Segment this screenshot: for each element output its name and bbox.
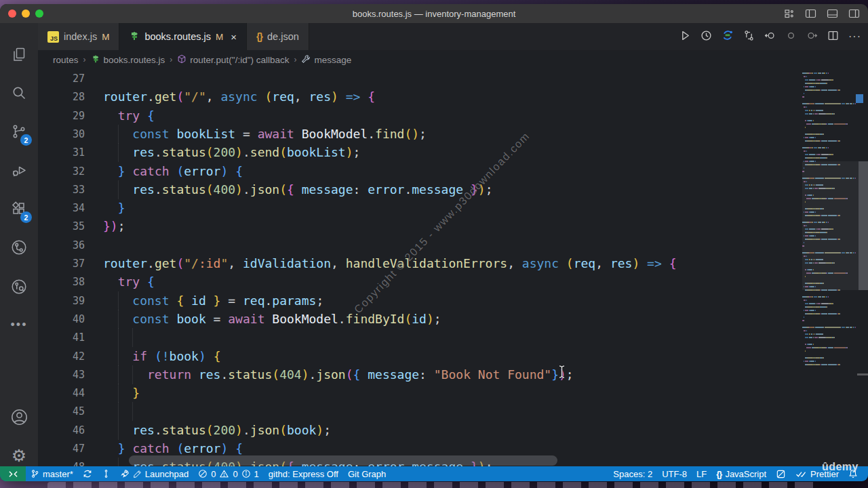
zoom-window-button[interactable]	[35, 9, 43, 18]
code-line[interactable]: 38 try {	[38, 272, 868, 291]
tab-index-js[interactable]: JS index.js M	[38, 23, 119, 50]
indentation-status[interactable]: Spaces: 2	[608, 466, 657, 481]
run-debug-icon[interactable]	[0, 155, 38, 186]
nav-forward-icon[interactable]	[806, 30, 818, 44]
code-editor[interactable]: 2728router.get("/", async (req, res) => …	[38, 69, 868, 466]
code-text: return res.status(404).json({ message: "…	[103, 365, 574, 384]
tab-de-json[interactable]: { } de.json	[247, 23, 309, 50]
scrollbar-marker	[857, 373, 868, 375]
remote-indicator-button[interactable]	[0, 466, 26, 481]
horizontal-scrollbar[interactable]	[129, 455, 557, 466]
code-line[interactable]: 27	[38, 69, 868, 88]
git-history-icon[interactable]	[0, 271, 38, 302]
more-actions-icon[interactable]: ···	[848, 30, 861, 43]
git-graph-status[interactable]: Git Graph	[343, 466, 391, 481]
code-line[interactable]: 44 }	[38, 384, 868, 403]
encoding-status[interactable]: UTF-8	[657, 466, 692, 481]
code-text: res.status(200).send(bookList);	[103, 143, 360, 162]
customize-layout-icon[interactable]	[784, 8, 795, 19]
line-number: 46	[38, 421, 85, 440]
code-line[interactable]: 33 res.status(400).json({ message: error…	[38, 180, 868, 199]
code-line[interactable]: 32 } catch (error) {	[38, 162, 868, 181]
scrollbar-change-marker	[856, 94, 863, 103]
source-control-badge: 2	[20, 134, 32, 146]
split-editor-icon[interactable]	[827, 30, 839, 44]
breadcrumb-item-file[interactable]: books.routes.js	[91, 54, 165, 66]
git-graph-icon[interactable]	[0, 232, 38, 263]
tab-books-routes-js[interactable]: books.routes.js M ×	[119, 23, 247, 50]
sync-changes-button[interactable]	[78, 466, 97, 481]
breadcrumb-item-message[interactable]: message	[301, 54, 351, 66]
language-status[interactable]: { } JavaScript	[711, 466, 771, 481]
source-control-icon[interactable]: 2	[0, 116, 38, 147]
code-text: if (!book) {	[103, 347, 220, 366]
code-line[interactable]: 45	[38, 402, 868, 421]
code-line[interactable]: 41	[38, 328, 868, 347]
close-window-button[interactable]	[8, 9, 16, 18]
line-number: 27	[38, 69, 85, 88]
problems-status[interactable]: 0 0 1	[193, 466, 264, 481]
highlight-toggle-button[interactable]	[771, 466, 791, 481]
indent-guide	[132, 402, 133, 421]
symbol-function-icon	[177, 54, 186, 66]
toggle-panel-icon[interactable]	[827, 8, 838, 19]
line-number: 44	[38, 384, 85, 403]
git-branch-status[interactable]: master*	[26, 466, 78, 481]
code-line[interactable]: 42 if (!book) {	[38, 347, 868, 366]
extensions-icon[interactable]: 2	[0, 193, 38, 224]
line-number: 28	[38, 87, 85, 106]
code-text: const { id } = req.params;	[103, 291, 323, 310]
more-icon[interactable]: •••	[0, 309, 38, 340]
code-line[interactable]: 28router.get("/", async (req, res) => {	[38, 87, 868, 106]
remote-icon	[8, 470, 18, 479]
status-bar: master* Launchpad 0 0 1 githd: Expre	[0, 466, 868, 481]
file-history-button[interactable]	[97, 466, 115, 481]
breadcrumb-item-routes[interactable]: routes	[53, 55, 79, 65]
braces-icon: { }	[716, 469, 722, 479]
line-number: 38	[38, 272, 85, 291]
code-line[interactable]: 29 try {	[38, 106, 868, 125]
breadcrumb: routes › books.routes.js › router.put("/…	[38, 50, 868, 69]
nav-circle-icon[interactable]	[785, 30, 797, 44]
timeline-icon[interactable]	[701, 30, 712, 44]
search-icon[interactable]	[0, 77, 38, 108]
line-number: 41	[38, 328, 85, 347]
routes-file-icon	[91, 54, 100, 66]
eol-status[interactable]: LF	[692, 466, 711, 481]
line-number: 37	[38, 254, 85, 273]
code-text: } catch (error) {	[103, 162, 243, 181]
code-line[interactable]: 31 res.status(200).send(bookList);	[38, 143, 868, 162]
vertical-scrollbar[interactable]	[859, 161, 868, 290]
window-title: books.routes.js — inventory-management	[0, 9, 868, 19]
macos-dock	[47, 482, 821, 488]
code-line[interactable]: 36	[38, 236, 868, 255]
tab-label: de.json	[267, 31, 299, 42]
info-icon	[241, 469, 251, 479]
code-text: res.status(200).json(book);	[103, 421, 331, 440]
symbol-property-icon	[301, 54, 311, 66]
code-line[interactable]: 40 const book = await BookModel.findById…	[38, 310, 868, 329]
mouse-ibeam-cursor	[557, 365, 566, 382]
code-line[interactable]: 39 const { id } = req.params;	[38, 291, 868, 310]
code-text: res.status(400).json({ message: error.me…	[103, 180, 493, 199]
minimize-window-button[interactable]	[22, 9, 30, 18]
explorer-icon[interactable]	[0, 39, 38, 70]
code-line[interactable]: 37router.get("/:id", idValidation, handl…	[38, 254, 868, 273]
code-line[interactable]: 46 res.status(200).json(book);	[38, 421, 868, 440]
sync-colored-icon[interactable]	[722, 29, 734, 44]
launchpad-button[interactable]: Launchpad	[115, 466, 193, 481]
run-icon[interactable]	[679, 30, 691, 44]
code-line[interactable]: 43 return res.status(404).json({ message…	[38, 365, 868, 384]
sync-icon	[83, 469, 92, 479]
toggle-secondary-sidebar-icon[interactable]	[848, 8, 860, 19]
toggle-sidebar-icon[interactable]	[805, 8, 816, 19]
activity-bar: 2 2 ••• ⚙	[0, 23, 38, 466]
git-compare-icon[interactable]	[743, 30, 755, 44]
account-icon[interactable]	[0, 401, 38, 432]
close-tab-icon[interactable]: ×	[231, 31, 237, 43]
nav-back-icon[interactable]	[764, 30, 776, 44]
title-bar: books.routes.js — inventory-management	[0, 4, 868, 23]
code-line[interactable]: 30 const bookList = await BookModel.find…	[38, 125, 868, 144]
breadcrumb-item-callback[interactable]: router.put("/:id") callback	[177, 54, 289, 66]
githd-status[interactable]: githd: Express Off	[264, 466, 343, 481]
